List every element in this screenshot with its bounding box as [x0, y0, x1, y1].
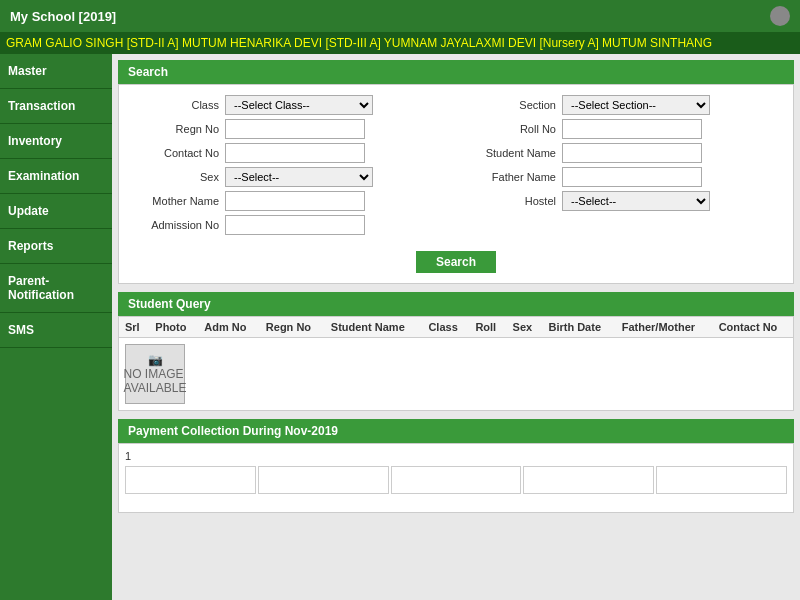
col-adm-no: Adm No	[198, 317, 260, 338]
mother-name-label: Mother Name	[129, 195, 219, 207]
col-roll: Roll	[469, 317, 506, 338]
col-srl: Srl	[119, 317, 149, 338]
search-left-col: Class --Select Class-- Regn No Contact N…	[129, 95, 446, 239]
search-panel-body: Class --Select Class-- Regn No Contact N…	[118, 84, 794, 284]
section-row: Section --Select Section--	[466, 95, 783, 115]
contact-no-row: Contact No	[129, 143, 446, 163]
settings-icon[interactable]	[770, 6, 790, 26]
sex-label: Sex	[129, 171, 219, 183]
marquee-text: GRAM GALIO SINGH [STD-II A] MUTUM HENARI…	[6, 36, 712, 50]
class-label: Class	[129, 99, 219, 111]
col-photo: Photo	[149, 317, 198, 338]
payment-cell-3	[391, 466, 522, 494]
marquee-bar: GRAM GALIO SINGH [STD-II A] MUTUM HENARI…	[0, 32, 800, 54]
table-row: 📷 NO IMAGE AVAILABLE	[119, 338, 793, 411]
payment-panel-header: Payment Collection During Nov-2019	[118, 419, 794, 443]
hostel-row: Hostel --Select--	[466, 191, 783, 211]
payment-grid	[125, 466, 787, 494]
payment-collection-panel: Payment Collection During Nov-2019 1	[118, 419, 794, 513]
payment-cell-1	[125, 466, 256, 494]
class-select[interactable]: --Select Class--	[225, 95, 373, 115]
col-student-name: Student Name	[325, 317, 423, 338]
app-title: My School [2019]	[10, 9, 116, 24]
sidebar-item-inventory[interactable]: Inventory	[0, 124, 112, 159]
photo-placeholder: 📷 NO IMAGE AVAILABLE	[125, 344, 185, 404]
student-name-row: Student Name	[466, 143, 783, 163]
no-image-text: NO IMAGE AVAILABLE	[124, 367, 187, 395]
sidebar-item-sms[interactable]: SMS	[0, 313, 112, 348]
col-father-mother: Father/Mother	[616, 317, 713, 338]
sidebar-item-parent-notification[interactable]: Parent-Notification	[0, 264, 112, 313]
hostel-select[interactable]: --Select--	[562, 191, 710, 211]
sidebar-item-examination[interactable]: Examination	[0, 159, 112, 194]
student-name-label: Student Name	[466, 147, 556, 159]
class-row: Class --Select Class--	[129, 95, 446, 115]
sidebar-item-reports[interactable]: Reports	[0, 229, 112, 264]
table-header-row: Srl Photo Adm No Regn No Student Name Cl…	[119, 317, 793, 338]
search-button[interactable]: Search	[416, 251, 496, 273]
main-content: Search Class --Select Class-- Regn No	[112, 54, 800, 600]
admission-no-label: Admission No	[129, 219, 219, 231]
section-select[interactable]: --Select Section--	[562, 95, 710, 115]
section-label: Section	[466, 99, 556, 111]
search-panel: Search Class --Select Class-- Regn No	[118, 60, 794, 284]
app-header: My School [2019]	[0, 0, 800, 32]
payment-cell-4	[523, 466, 654, 494]
roll-no-label: Roll No	[466, 123, 556, 135]
student-name-input[interactable]	[562, 143, 702, 163]
student-query-table: Srl Photo Adm No Regn No Student Name Cl…	[119, 317, 793, 410]
student-query-panel: Student Query Srl Photo Adm No Regn No S…	[118, 292, 794, 411]
regn-no-row: Regn No	[129, 119, 446, 139]
camera-icon: 📷	[148, 353, 163, 367]
search-panel-header: Search	[118, 60, 794, 84]
contact-no-input[interactable]	[225, 143, 365, 163]
payment-cell-2	[258, 466, 389, 494]
hostel-label: Hostel	[466, 195, 556, 207]
admission-no-row: Admission No	[129, 215, 446, 235]
mother-name-input[interactable]	[225, 191, 365, 211]
contact-no-label: Contact No	[129, 147, 219, 159]
col-contact-no: Contact No	[713, 317, 793, 338]
mother-name-row: Mother Name	[129, 191, 446, 211]
col-regn-no: Regn No	[260, 317, 325, 338]
regn-no-label: Regn No	[129, 123, 219, 135]
sidebar: Master Transaction Inventory Examination…	[0, 54, 112, 600]
student-query-table-container: Srl Photo Adm No Regn No Student Name Cl…	[118, 316, 794, 411]
father-name-row: Father Name	[466, 167, 783, 187]
roll-no-row: Roll No	[466, 119, 783, 139]
search-right-col: Section --Select Section-- Roll No Stude…	[466, 95, 783, 239]
col-birth-date: Birth Date	[542, 317, 615, 338]
admission-no-input[interactable]	[225, 215, 365, 235]
sidebar-item-master[interactable]: Master	[0, 54, 112, 89]
sex-select[interactable]: --Select--	[225, 167, 373, 187]
col-sex: Sex	[507, 317, 543, 338]
sidebar-item-update[interactable]: Update	[0, 194, 112, 229]
payment-panel-body: 1	[118, 443, 794, 513]
regn-no-input[interactable]	[225, 119, 365, 139]
father-name-input[interactable]	[562, 167, 702, 187]
roll-no-input[interactable]	[562, 119, 702, 139]
father-name-label: Father Name	[466, 171, 556, 183]
search-btn-row: Search	[129, 251, 783, 273]
payment-cell-5	[656, 466, 787, 494]
sex-row: Sex --Select--	[129, 167, 446, 187]
payment-row-number: 1	[125, 450, 787, 462]
col-class: Class	[422, 317, 469, 338]
sidebar-item-transaction[interactable]: Transaction	[0, 89, 112, 124]
student-query-header: Student Query	[118, 292, 794, 316]
